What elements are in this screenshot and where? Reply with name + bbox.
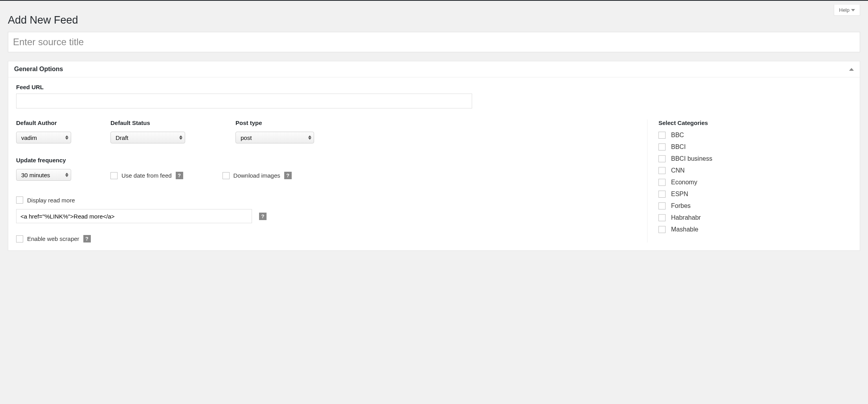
panel-title: General Options	[14, 66, 63, 73]
category-label: CNN	[671, 167, 685, 174]
category-label: BBCI	[671, 143, 686, 151]
enable-web-scraper-checkbox[interactable]	[16, 235, 23, 242]
category-item: ESPN	[658, 191, 852, 198]
post-type-select[interactable]: post	[235, 132, 314, 143]
category-label: Habrahabr	[671, 214, 701, 221]
help-label: Help	[839, 7, 850, 13]
category-item: Mashable	[658, 226, 852, 233]
category-checkbox[interactable]	[658, 226, 666, 233]
default-author-select[interactable]: vadim	[16, 132, 71, 143]
collapse-toggle-icon[interactable]	[849, 68, 854, 71]
category-item: BBCI business	[658, 155, 852, 162]
download-images-checkbox[interactable]	[223, 172, 230, 179]
feed-url-label: Feed URL	[16, 84, 852, 90]
categories-list: BBC BBCI BBCI business CNN	[658, 132, 852, 233]
use-date-from-feed-label: Use date from feed	[121, 172, 172, 179]
category-item: Forbes	[658, 202, 852, 209]
update-frequency-label: Update frequency	[16, 157, 87, 163]
default-status-label: Default Status	[110, 119, 185, 126]
help-tab[interactable]: Help	[834, 5, 860, 16]
category-item: Habrahabr	[658, 214, 852, 221]
read-more-template-input[interactable]	[16, 209, 252, 223]
display-read-more-checkbox[interactable]	[16, 196, 23, 204]
default-status-select[interactable]: Draft	[110, 132, 185, 143]
enable-web-scraper-label: Enable web scraper	[27, 235, 79, 242]
category-checkbox[interactable]	[658, 179, 666, 186]
general-options-panel: General Options Feed URL Default Author …	[8, 61, 860, 251]
category-label: Economy	[671, 179, 697, 186]
help-icon[interactable]: ?	[83, 235, 91, 242]
category-item: CNN	[658, 167, 852, 174]
feed-url-input[interactable]	[16, 94, 472, 108]
category-label: BBC	[671, 132, 684, 139]
post-type-label: Post type	[235, 119, 314, 126]
category-checkbox[interactable]	[658, 155, 666, 162]
source-title-input[interactable]	[8, 32, 860, 52]
category-item: BBC	[658, 132, 852, 139]
help-icon[interactable]: ?	[176, 172, 183, 179]
use-date-from-feed-checkbox[interactable]	[110, 172, 118, 179]
download-images-label: Download images	[234, 172, 280, 179]
category-item: BBCI	[658, 143, 852, 151]
category-label: Forbes	[671, 202, 691, 209]
category-checkbox[interactable]	[658, 202, 666, 209]
chevron-down-icon	[851, 9, 855, 11]
update-frequency-select[interactable]: 30 minutes	[16, 169, 71, 181]
help-icon[interactable]: ?	[284, 172, 292, 179]
select-categories-label: Select Categories	[658, 119, 852, 126]
category-item: Economy	[658, 179, 852, 186]
category-checkbox[interactable]	[658, 143, 666, 151]
category-label: ESPN	[671, 191, 688, 198]
category-checkbox[interactable]	[658, 214, 666, 221]
category-checkbox[interactable]	[658, 191, 666, 198]
category-checkbox[interactable]	[658, 167, 666, 174]
category-label: BBCI business	[671, 155, 712, 162]
page-title: Add New Feed	[8, 14, 860, 32]
category-checkbox[interactable]	[658, 132, 666, 139]
help-icon[interactable]: ?	[259, 213, 267, 220]
display-read-more-label: Display read more	[27, 197, 75, 204]
category-label: Mashable	[671, 226, 698, 233]
default-author-label: Default Author	[16, 119, 87, 126]
